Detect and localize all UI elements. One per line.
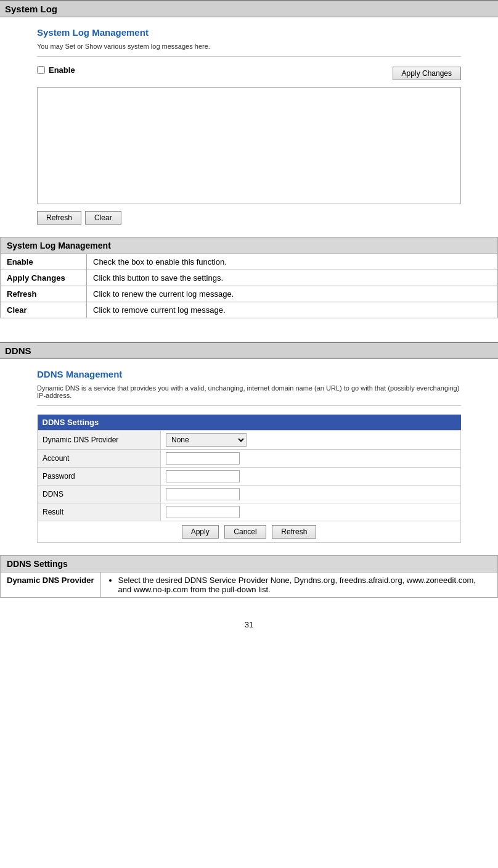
system-log-section-bar: System Log xyxy=(0,0,498,17)
account-label: Account xyxy=(38,450,161,468)
ddns-panel-title: DDNS Management xyxy=(37,369,461,379)
system-log-info-table: System Log Management EnableCheck the bo… xyxy=(0,237,498,318)
clear-button[interactable]: Clear xyxy=(85,211,121,225)
system-log-panel: System Log Management You may Set or Sho… xyxy=(0,17,498,237)
desc-cell: Click this button to save the settings. xyxy=(87,270,498,286)
desc-cell: Check the box to enable this function. xyxy=(87,254,498,270)
ddns-refresh-button[interactable]: Refresh xyxy=(272,525,316,539)
provider-select[interactable]: NoneDyndns.orgfreedns.afraid.orgwww.zone… xyxy=(166,433,247,447)
field-cell: Refresh xyxy=(1,286,87,302)
system-log-panel-title: System Log Management xyxy=(37,27,461,38)
log-textarea[interactable] xyxy=(37,87,461,204)
table-row: Dynamic DNS ProviderSelect the desired D… xyxy=(1,572,498,598)
ddns-apply-button[interactable]: Apply xyxy=(182,525,219,539)
desc-cell: Click to renew the current log message. xyxy=(87,286,498,302)
table-row: EnableCheck the box to enable this funct… xyxy=(1,254,498,270)
result-input[interactable] xyxy=(166,506,240,518)
enable-label: Enable xyxy=(49,65,75,75)
system-log-table-header: System Log Management xyxy=(1,238,498,254)
ddns-input[interactable] xyxy=(166,488,240,500)
field-cell: Dynamic DNS Provider xyxy=(1,572,101,598)
table-row: RefreshClick to renew the current log me… xyxy=(1,286,498,302)
ddns-info-table: DDNS Settings Dynamic DNS ProviderSelect… xyxy=(0,555,498,598)
enable-checkbox[interactable] xyxy=(37,66,45,74)
table-row: Apply ChangesClick this button to save t… xyxy=(1,270,498,286)
system-log-section: System Log System Log Management You may… xyxy=(0,0,498,318)
ddns-table-header: DDNS Settings xyxy=(1,556,498,572)
table-row: ClearClick to remove current log message… xyxy=(1,302,498,318)
ddns-divider xyxy=(37,405,461,406)
system-log-description: You may Set or Show various system log m… xyxy=(37,43,461,50)
ddns-label: DDNS xyxy=(38,486,161,503)
ddns-description: Dynamic DNS is a service that provides y… xyxy=(37,384,461,399)
result-label: Result xyxy=(38,503,161,521)
enable-checkbox-row: Enable xyxy=(37,65,75,75)
password-label: Password xyxy=(38,468,161,486)
ddns-section-bar: DDNS xyxy=(0,342,498,359)
desc-cell: Click to remove current log message. xyxy=(87,302,498,318)
ddns-buttons-cell: Apply Cancel Refresh xyxy=(38,521,461,543)
refresh-button[interactable]: Refresh xyxy=(37,211,81,225)
apply-changes-button[interactable]: Apply Changes xyxy=(393,67,461,80)
ddns-settings-table: DDNS Settings Dynamic DNS Provider NoneD… xyxy=(37,415,461,543)
section-gap xyxy=(0,331,498,342)
page-number: 31 xyxy=(0,610,498,634)
ddns-settings-header: DDNS Settings xyxy=(38,415,461,431)
ddns-panel: DDNS Management Dynamic DNS is a service… xyxy=(0,359,498,555)
field-cell: Apply Changes xyxy=(1,270,87,286)
log-btn-row: Refresh Clear xyxy=(37,211,461,225)
ddns-cancel-button[interactable]: Cancel xyxy=(224,525,266,539)
ddns-section-title: DDNS xyxy=(5,345,31,356)
password-input[interactable] xyxy=(166,470,240,482)
system-log-divider xyxy=(37,56,461,57)
ddns-section: DDNS DDNS Management Dynamic DNS is a se… xyxy=(0,342,498,598)
field-cell: Clear xyxy=(1,302,87,318)
desc-cell: Select the desired DDNS Service Provider… xyxy=(100,572,497,598)
field-cell: Enable xyxy=(1,254,87,270)
system-log-section-title: System Log xyxy=(5,4,57,14)
provider-label: Dynamic DNS Provider xyxy=(38,431,161,450)
account-input[interactable] xyxy=(166,452,240,465)
